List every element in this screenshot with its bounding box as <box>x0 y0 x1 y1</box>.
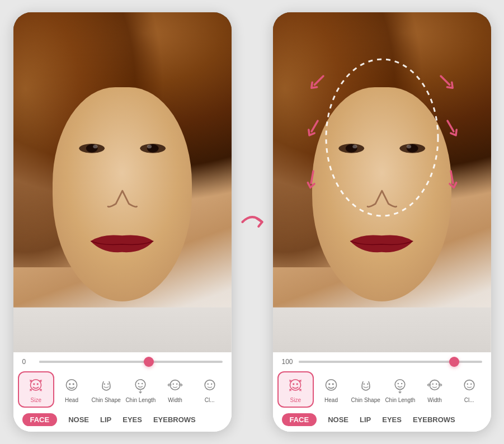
svg-point-16 <box>142 383 143 384</box>
left-tool-size[interactable]: Size <box>18 371 55 408</box>
svg-point-57 <box>467 384 468 385</box>
svg-line-35 <box>311 171 313 183</box>
left-tool-chin-length-label: Chin Length <box>125 397 156 403</box>
right-bottom-panel: 100 <box>273 352 491 432</box>
left-cat-nose[interactable]: NOSE <box>68 413 89 426</box>
right-phone-card: 100 <box>273 12 491 432</box>
svg-point-48 <box>398 383 399 384</box>
svg-point-5 <box>147 145 152 148</box>
right-slider-fill <box>299 361 455 363</box>
right-cat-nose[interactable]: NOSE <box>328 413 348 426</box>
svg-point-11 <box>73 383 74 385</box>
svg-point-18 <box>170 380 180 390</box>
right-chin-shape-icon <box>356 376 376 396</box>
left-head-icon <box>62 376 82 396</box>
left-photo-bg <box>13 12 232 352</box>
left-eye-right <box>135 135 170 162</box>
left-chin-length-icon <box>130 376 150 396</box>
right-tool-size-label: Size <box>290 397 301 403</box>
left-nose <box>96 182 149 216</box>
left-slider-min-label: 0 <box>22 358 34 366</box>
right-slider-thumb[interactable] <box>449 357 459 367</box>
left-more-icon <box>200 376 220 396</box>
svg-point-41 <box>296 383 298 385</box>
right-photo-area <box>273 12 491 352</box>
right-tool-more-label: Cl... <box>464 397 474 403</box>
right-category-row: FACE NOSE LIP EYES EYEBROWS <box>273 410 491 432</box>
left-width-icon <box>165 376 185 396</box>
left-tool-chin-length[interactable]: Chin Length <box>124 372 158 407</box>
svg-point-15 <box>138 383 139 384</box>
right-tool-chin-shape-label: Chin Shape <box>351 397 380 403</box>
svg-point-58 <box>470 384 472 385</box>
right-tool-more[interactable]: Cl... <box>452 372 487 407</box>
right-tool-size[interactable]: Size <box>277 371 314 408</box>
left-tool-chin-shape[interactable]: Chin Shape <box>89 372 124 407</box>
svg-point-24 <box>207 384 208 385</box>
right-tool-chin-shape[interactable]: Chin Shape <box>348 372 383 407</box>
right-slider-min-label: 100 <box>282 358 293 366</box>
left-tool-head[interactable]: Head <box>54 372 89 407</box>
right-tool-chin-length[interactable]: Chin Length <box>383 372 418 407</box>
right-slider-row: 100 <box>273 352 491 369</box>
right-cat-lip[interactable]: LIP <box>360 413 371 426</box>
svg-point-7 <box>34 383 35 385</box>
left-cat-face[interactable]: FACE <box>22 413 58 426</box>
svg-point-40 <box>293 383 295 385</box>
svg-point-23 <box>205 380 215 390</box>
left-slider-fill <box>39 361 149 363</box>
pink-arrow-icon <box>239 209 266 235</box>
svg-point-44 <box>332 383 334 385</box>
right-tool-width[interactable]: Width <box>417 372 452 407</box>
left-category-row: FACE NOSE LIP EYES EYEBROWS <box>13 410 232 432</box>
app-container: 0 <box>4 3 500 441</box>
left-bottom-panel: 0 <box>13 352 232 432</box>
svg-point-8 <box>37 383 39 385</box>
svg-line-33 <box>314 76 323 85</box>
right-tool-head-label: Head <box>324 397 338 403</box>
left-cat-eyebrows[interactable]: EYEBROWS <box>153 413 196 426</box>
right-cat-eyes[interactable]: EYES <box>382 413 402 426</box>
svg-point-43 <box>328 383 330 385</box>
left-cat-eyes[interactable]: EYES <box>123 413 142 426</box>
svg-point-32 <box>326 59 438 216</box>
right-cat-eyebrows[interactable]: EYEBROWS <box>413 413 455 426</box>
left-tool-chin-shape-label: Chin Shape <box>92 397 121 403</box>
svg-point-52 <box>432 384 434 385</box>
left-tool-more[interactable]: Cl... <box>192 372 227 407</box>
right-cat-face[interactable]: FACE <box>282 413 317 426</box>
right-tool-width-label: Width <box>427 397 442 403</box>
right-head-icon <box>321 376 341 396</box>
left-cat-lip[interactable]: LIP <box>100 413 111 426</box>
left-photo-area <box>13 12 232 352</box>
right-size-icon <box>285 376 305 396</box>
svg-line-36 <box>441 76 450 85</box>
right-tool-chin-length-label: Chin Length <box>385 397 415 403</box>
left-eye-left <box>74 135 109 162</box>
left-phone-card: 0 <box>13 12 232 432</box>
left-tool-width[interactable]: Width <box>158 372 192 407</box>
left-size-icon <box>26 376 46 396</box>
svg-point-56 <box>464 380 474 390</box>
svg-point-47 <box>395 380 406 390</box>
left-tool-size-label: Size <box>31 397 41 403</box>
svg-line-37 <box>448 121 454 131</box>
svg-point-46 <box>367 384 368 385</box>
svg-line-38 <box>451 171 453 183</box>
right-width-icon <box>425 376 445 396</box>
separator-arrow <box>238 209 266 235</box>
right-more-icon <box>459 376 479 396</box>
svg-point-45 <box>363 384 364 385</box>
right-tool-head[interactable]: Head <box>314 372 348 407</box>
left-chin-shape-icon <box>96 376 116 396</box>
left-slider-track[interactable] <box>39 361 223 363</box>
svg-point-12 <box>103 384 105 385</box>
left-slider-thumb[interactable] <box>144 357 154 367</box>
right-chin-length-icon <box>390 376 410 396</box>
svg-point-2 <box>93 145 97 148</box>
right-slider-track[interactable] <box>299 361 482 363</box>
face-outline-overlay <box>273 12 491 352</box>
right-tools-row: Size Head <box>273 369 491 410</box>
left-slider-row: 0 <box>13 352 232 369</box>
svg-point-49 <box>401 383 402 384</box>
